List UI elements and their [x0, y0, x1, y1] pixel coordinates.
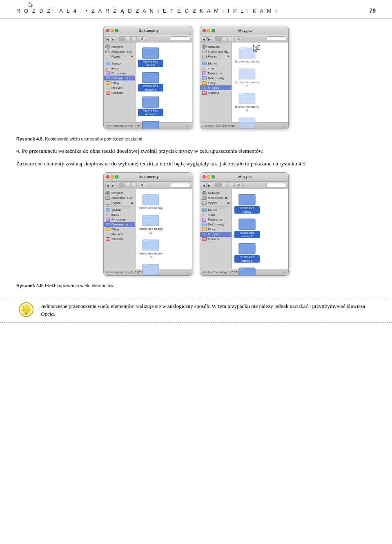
col-view-3[interactable]: [131, 183, 137, 187]
folder-3-2[interactable]: teczka bez nazwy 2: [138, 212, 163, 234]
folder-4-3[interactable]: teczka bez nazwy 3: [234, 241, 260, 263]
folder-item-4[interactable]: teczka bez nazwy 4: [138, 118, 163, 129]
sb-programy-4[interactable]: Programy: [200, 217, 232, 222]
sidebar-item-filmy[interactable]: Filmy: [104, 80, 135, 85]
sb-muzyka-4[interactable]: ♪ Muzyka: [200, 232, 232, 237]
sidebar-item-filmy-2[interactable]: Filmy: [200, 80, 232, 85]
folder-4-2[interactable]: teczka bez nazwy 2: [234, 216, 260, 238]
search-field[interactable]: [170, 36, 190, 41]
sidebar-item-pypec-2[interactable]: Pypec ⏏: [200, 54, 232, 59]
sidebar-item-lucas[interactable]: lucas: [104, 66, 135, 71]
sb-filmy-3[interactable]: Filmy: [104, 227, 135, 232]
list-view-4[interactable]: [221, 183, 227, 187]
sb-pypec-3[interactable]: Pypec ⏏: [104, 201, 135, 205]
hd-icon-2: [202, 49, 207, 54]
sidebar-divider-1: [105, 60, 134, 60]
fwd-3[interactable]: ▶: [111, 183, 116, 187]
svg-text:+: +: [258, 46, 259, 49]
svg-line-68: [29, 306, 30, 307]
sb-filmy-4[interactable]: Filmy: [200, 227, 232, 232]
sidebar-item-muzyka-2[interactable]: ♪ Muzyka: [200, 85, 232, 90]
sb-biurko-3[interactable]: Biurko: [104, 207, 135, 212]
folder-label-r1: teczka bez nazwy: [235, 60, 259, 63]
icon-view-4[interactable]: [215, 183, 221, 187]
column-view-button-2[interactable]: [227, 36, 233, 41]
sidebar-label-dokumenty: Dokumenty: [111, 76, 128, 80]
action-button-2[interactable]: ⚙: [234, 36, 243, 41]
sb-hd-4[interactable]: Macintosh HD: [200, 196, 232, 201]
hd-icon: [105, 49, 110, 54]
folder-item-r3[interactable]: teczka bez nazwy 3: [234, 90, 260, 112]
resize-handle-2[interactable]: [282, 124, 286, 128]
sidebar-label-biurko: Biurko: [111, 62, 121, 65]
sb-network-4[interactable]: Network: [200, 191, 232, 196]
fwd-4[interactable]: ▶: [207, 183, 212, 187]
sb-obrazki-3[interactable]: Obrazki: [104, 237, 135, 242]
sidebar-item-programy[interactable]: Programy: [104, 71, 135, 76]
icon-view-button-2[interactable]: [215, 36, 221, 41]
search-4[interactable]: [266, 183, 287, 187]
sidebar-item-obrazki-2[interactable]: Obrazki: [200, 90, 232, 95]
folder-item-1[interactable]: teczka bez nazwy: [138, 45, 163, 67]
folder-item-r4[interactable]: teczka bez nazwy 4: [234, 115, 260, 129]
sidebar-item-muzyka[interactable]: ♪ Muzyka: [104, 85, 135, 90]
back-button[interactable]: ◀: [105, 36, 110, 41]
nav-3: ◀ ▶: [105, 183, 116, 187]
folder-3-3[interactable]: teczka bez nazwy 3: [138, 237, 163, 259]
sb-network-3[interactable]: Network: [104, 191, 135, 196]
sb-programy-3[interactable]: Programy: [104, 217, 135, 222]
sidebar-item-network-2[interactable]: Network: [200, 44, 232, 49]
back-button-2[interactable]: ◀: [202, 36, 207, 41]
resize-handle-3[interactable]: [185, 270, 189, 274]
list-view-button[interactable]: [125, 36, 131, 41]
sb-dokumenty-4[interactable]: Dokumenty: [200, 222, 232, 227]
sidebar-item-biurko-2[interactable]: Biurko: [200, 61, 232, 66]
folder-item-3[interactable]: teczka bez nazwy 3: [138, 94, 163, 116]
sidebar-item-network[interactable]: Network: [104, 44, 135, 49]
icon-view-button[interactable]: [119, 36, 125, 41]
folder-3-4[interactable]: teczka bez nazwy 4: [138, 261, 163, 276]
svg-rect-10: [143, 97, 159, 107]
folder-3-1[interactable]: teczka bez nazwy: [138, 192, 163, 210]
sb-hd-3[interactable]: Macintosh HD: [104, 196, 135, 201]
folder-4-4[interactable]: teczka bez nazwy 4: [234, 265, 260, 276]
sidebar-item-dokumenty-2[interactable]: Dokumenty: [200, 76, 232, 80]
sidebar-item-obrazki[interactable]: Obrazki: [104, 90, 135, 95]
sidebar-item-pypec[interactable]: Pypec ⏏: [104, 54, 135, 59]
back-3[interactable]: ◀: [105, 183, 110, 187]
sb-muzyka-3[interactable]: ♪ Muzyka: [104, 232, 135, 237]
action-button[interactable]: ⚙: [138, 36, 146, 41]
sb-pypec-4[interactable]: Pypec ⏏: [200, 201, 232, 205]
list-view-3[interactable]: [125, 183, 131, 187]
search-field-2[interactable]: [266, 36, 287, 41]
content-area-1: teczka bez nazwy teczka bez nazwy 2: [136, 42, 192, 122]
sb-obrazki-4[interactable]: Obrazki: [200, 237, 232, 242]
resize-handle-1[interactable]: [185, 124, 189, 128]
sidebar-item-lucas-2[interactable]: lucas: [200, 66, 232, 71]
search-3[interactable]: [170, 183, 190, 187]
folder-item-r2[interactable]: teczka bez nazwy 2: [234, 66, 260, 88]
back-4[interactable]: ◀: [202, 183, 207, 187]
folder-item-2[interactable]: teczka bez nazwy 2: [138, 69, 163, 91]
sb-lucas-3[interactable]: lucas: [104, 212, 135, 217]
sb-biurko-4[interactable]: Biurko: [200, 207, 232, 212]
resize-handle-4[interactable]: [282, 270, 286, 274]
sb-dokumenty-3[interactable]: Dokumenty: [104, 222, 135, 227]
sb-lucas-4[interactable]: lucas: [200, 212, 232, 217]
action-4[interactable]: ⚙: [234, 183, 243, 187]
sidebar-item-biurko[interactable]: Biurko: [104, 61, 135, 66]
folder-4-1[interactable]: teczka bez nazwy: [234, 192, 260, 214]
nav-buttons: ◀ ▶: [105, 36, 116, 41]
icon-view-3[interactable]: [119, 183, 125, 187]
column-view-button[interactable]: [131, 36, 137, 41]
sidebar-item-programy-2[interactable]: Programy: [200, 71, 232, 76]
sidebar-item-macintoshhd[interactable]: Macintosh HD: [104, 49, 135, 54]
list-view-button-2[interactable]: [221, 36, 227, 41]
forward-button-2[interactable]: ▶: [207, 36, 212, 41]
forward-button[interactable]: ▶: [111, 36, 116, 41]
sidebar-item-dokumenty[interactable]: Dokumenty: [104, 76, 135, 80]
sidebar-item-hd-2[interactable]: Macintosh HD: [200, 49, 232, 54]
views-3: [119, 183, 137, 187]
action-3[interactable]: ⚙: [138, 183, 146, 187]
col-view-4[interactable]: [227, 183, 233, 187]
